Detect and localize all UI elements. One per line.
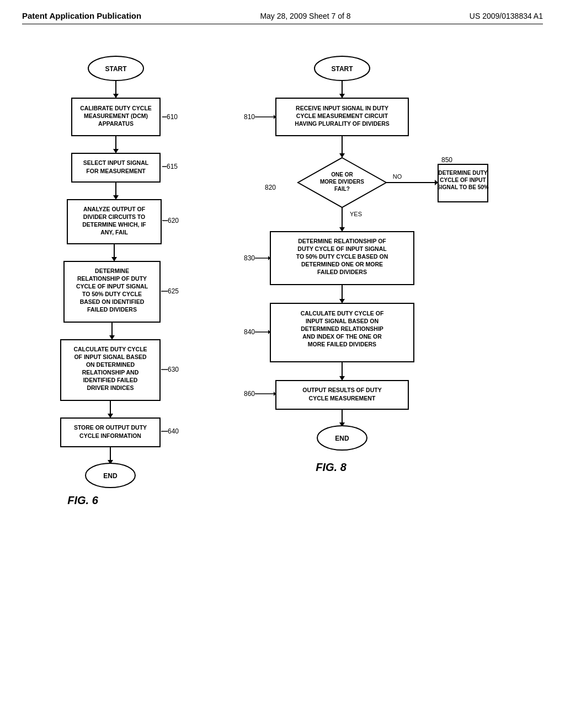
fig6-label-620: 620 bbox=[168, 217, 179, 224]
fig6-n620-l2: DIVIDER CIRCUITS TO bbox=[83, 213, 145, 220]
fig8-diamond-l2: MORE DIVIDERS bbox=[320, 179, 364, 185]
svg-marker-41 bbox=[339, 227, 345, 232]
fig6-n625-l3: CYCLE OF INPUT SIGNAL bbox=[76, 283, 148, 290]
fig6-svg: START CALIBRATE DUTY CYCLE MEASUREMENT (… bbox=[28, 46, 204, 543]
fig8-diamond-l1: ONE OR bbox=[331, 172, 353, 178]
fig6-n625-l5: BASED ON IDENTIFIED bbox=[80, 298, 145, 305]
fig8-n830-l5: FAILED DIVIDERS bbox=[317, 269, 367, 275]
fig8-caption: FIG. 8 bbox=[316, 461, 347, 473]
svg-marker-6 bbox=[113, 149, 119, 153]
header-date-sheet: May 28, 2009 Sheet 7 of 8 bbox=[260, 12, 350, 20]
fig6-n630-l5: IDENTIFIED FAILED bbox=[83, 377, 138, 383]
fig8-n830-l3: TO 50% DUTY CYCLE BASED ON bbox=[296, 253, 388, 260]
fig8-end-label: END bbox=[335, 435, 349, 442]
fig6-n610-l2: MEASUREMENT (DCM) bbox=[84, 113, 148, 119]
fig6-n625-l6: FAILED DIVIDERS bbox=[87, 306, 137, 313]
fig6-n625-l1: DETERMINE bbox=[95, 267, 129, 274]
fig6-label-630: 630 bbox=[168, 366, 179, 373]
page: Patent Application Publication May 28, 2… bbox=[0, 0, 565, 728]
fig6-n610-l1: CALIBRATE DUTY CYCLE bbox=[80, 105, 152, 111]
fig8-n840-l5: MORE FAILED DIVIDERS bbox=[308, 341, 376, 347]
fig6-n615-l1: SELECT INPUT SIGNAL bbox=[83, 159, 149, 166]
fig6-caption: FIG. 6 bbox=[67, 494, 98, 506]
fig8-n840-l4: AND INDEX OF THE ONE OR bbox=[302, 333, 382, 340]
fig6-n630-l1: CALCULATE DUTY CYCLE bbox=[73, 346, 147, 352]
svg-marker-51 bbox=[339, 376, 345, 381]
fig8-n810-l3: HAVING PLURALITY OF DIVIDERS bbox=[295, 120, 390, 127]
fig6-n610-l3: APPARATUS bbox=[98, 120, 134, 127]
svg-marker-30 bbox=[339, 94, 345, 98]
fig6-end-label: END bbox=[103, 472, 118, 480]
fig6-start-label: START bbox=[105, 65, 127, 73]
fig8-n850-l3: SIGNAL TO BE 50% bbox=[437, 184, 489, 190]
fig6-n620-l4: ANY, FAIL bbox=[100, 229, 128, 235]
fig6-n615-l2: FOR MEASUREMENT bbox=[86, 168, 146, 174]
fig6-n640-l1: STORE OR OUTPUT DUTY bbox=[74, 424, 147, 431]
figure-8: START RECEIVE INPUT SIGNAL IN DUTY CYCLE… bbox=[210, 41, 519, 631]
fig6-label-615: 615 bbox=[167, 163, 178, 170]
fig8-n860-l1: OUTPUT RESULTS OF DUTY bbox=[302, 387, 381, 393]
fig8-label-830: 830 bbox=[244, 254, 255, 262]
fig8-label-860: 860 bbox=[244, 390, 255, 398]
fig8-n850-l1: DETERMINE DUTY bbox=[439, 170, 488, 176]
svg-marker-14 bbox=[111, 257, 117, 261]
fig6-n630-l6: DRIVER INDICES bbox=[87, 384, 134, 391]
fig6-label-640: 640 bbox=[168, 427, 179, 435]
svg-marker-10 bbox=[113, 195, 119, 200]
fig8-n840-l2: INPUT SIGNAL BASED ON bbox=[306, 318, 379, 324]
fig6-n630-l2: OF INPUT SIGNAL BASED bbox=[74, 354, 146, 360]
fig6-n625-l4: TO 50% DUTY CYCLE bbox=[82, 291, 142, 297]
fig8-label-840: 840 bbox=[244, 328, 255, 336]
fig8-svg: START RECEIVE INPUT SIGNAL IN DUTY CYCLE… bbox=[232, 46, 497, 631]
fig6-n630-l3: ON DETERMINED bbox=[86, 361, 135, 368]
fig6-label-610: 610 bbox=[167, 113, 178, 121]
fig8-label-810: 810 bbox=[244, 113, 255, 121]
fig8-start-label: START bbox=[331, 65, 353, 73]
figure-6: START CALIBRATE DUTY CYCLE MEASUREMENT (… bbox=[22, 41, 210, 631]
fig8-n830-l1: DETERMINE RELATIONSHIP OF bbox=[298, 238, 386, 244]
svg-marker-35 bbox=[339, 153, 345, 158]
svg-marker-2 bbox=[113, 94, 119, 98]
fig8-n830-l4: DETERMINED ONE OR MORE bbox=[301, 261, 383, 267]
fig8-n850-l2: CYCLE OF INPUT bbox=[440, 177, 486, 183]
fig8-label-850: 850 bbox=[441, 156, 452, 164]
svg-marker-18 bbox=[109, 335, 115, 340]
fig8-no-label: NO bbox=[393, 173, 402, 180]
svg-marker-46 bbox=[339, 299, 345, 303]
fig8-n840-l3: DETERMINED RELATIONSHIP bbox=[301, 325, 383, 332]
fig8-n830-l2: DUTY CYCLE OF INPUT SIGNAL bbox=[297, 245, 387, 252]
fig8-n810-l1: RECEIVE INPUT SIGNAL IN DUTY bbox=[296, 105, 388, 111]
fig6-label-625: 625 bbox=[168, 287, 179, 295]
fig6-n640-l2: CYCLE INFORMATION bbox=[79, 432, 141, 439]
header-patent-number: US 2009/0138834 A1 bbox=[470, 12, 543, 20]
content-area: START CALIBRATE DUTY CYCLE MEASUREMENT (… bbox=[22, 41, 543, 631]
fig8-n860-l2: CYCLE MEASUREMENT bbox=[309, 395, 376, 402]
fig6-n625-l2: RELATIONSHIP OF DUTY bbox=[77, 275, 147, 282]
svg-marker-22 bbox=[108, 414, 113, 418]
fig8-label-820: 820 bbox=[265, 184, 276, 191]
fig6-n620-l1: ANALYZE OUTPUT OF bbox=[83, 206, 146, 212]
fig8-n840-l1: CALCULATE DUTY CYCLE OF bbox=[301, 310, 384, 317]
page-header: Patent Application Publication May 28, 2… bbox=[22, 11, 543, 24]
fig6-n620-l3: DETERMINE WHICH, IF bbox=[82, 221, 146, 228]
fig6-n630-l4: RELATIONSHIP AND bbox=[82, 369, 139, 376]
fig8-yes-label: YES bbox=[350, 211, 362, 217]
fig8-n810-l2: CYCLE MEASUREMENT CIRCUIT bbox=[296, 113, 388, 119]
fig8-diamond-l3: FAIL? bbox=[334, 186, 350, 192]
header-publication-type: Patent Application Publication bbox=[22, 11, 141, 20]
